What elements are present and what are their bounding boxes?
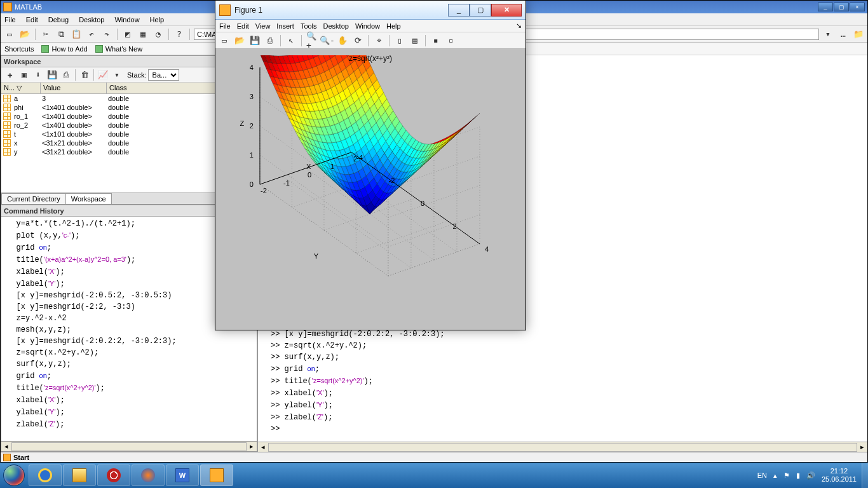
- plot-dropdown-icon[interactable]: ▾: [111, 69, 123, 81]
- guide-icon[interactable]: ▦: [137, 28, 149, 41]
- figure-menubar: File Edit View Insert Tools Desktop Wind…: [215, 20, 526, 32]
- tab-workspace[interactable]: Workspace: [65, 193, 112, 204]
- tab-current-directory[interactable]: Current Directory: [1, 193, 66, 204]
- close-button[interactable]: ×: [850, 3, 865, 11]
- colorbar-icon[interactable]: ▯: [393, 34, 406, 47]
- maximize-button[interactable]: ▢: [834, 3, 849, 11]
- matlab-task-icon: [210, 468, 224, 482]
- redo-icon[interactable]: ↷: [100, 28, 113, 41]
- cmd-scrollbar[interactable]: ◂▸: [258, 442, 867, 452]
- separator: [389, 35, 390, 46]
- browse-folder-icon[interactable]: …: [837, 28, 850, 41]
- variable-icon: [3, 139, 11, 147]
- task-matlab[interactable]: [200, 464, 233, 486]
- menu-file[interactable]: File: [3, 16, 17, 24]
- show-desktop-button[interactable]: [862, 463, 868, 488]
- menu-desktop[interactable]: Desktop: [78, 16, 105, 24]
- figure-titlebar[interactable]: Figure 1 _ ▢ ✕: [215, 1, 526, 20]
- fig-menu-edit[interactable]: Edit: [237, 22, 249, 30]
- svg-text:Z: Z: [240, 119, 245, 127]
- new-var-icon[interactable]: ✚: [4, 69, 17, 81]
- hide-tools-icon[interactable]: ▪: [430, 34, 442, 47]
- zoom-out-icon[interactable]: 🔍-: [321, 34, 334, 47]
- separator: [280, 35, 281, 46]
- save-ws-icon[interactable]: 💾: [46, 69, 58, 81]
- menu-debug[interactable]: Debug: [47, 16, 70, 24]
- legend-icon[interactable]: ▤: [409, 34, 421, 47]
- edit-plot-icon[interactable]: ↖: [285, 34, 297, 47]
- menu-edit[interactable]: Edit: [25, 16, 39, 24]
- datacursor-icon[interactable]: ⌖: [372, 34, 385, 47]
- fig-minimize-button[interactable]: _: [448, 4, 470, 17]
- task-word[interactable]: W: [166, 464, 199, 486]
- open-fig-icon[interactable]: 📂: [233, 34, 246, 47]
- network-icon[interactable]: ▮: [796, 471, 800, 480]
- undo-icon[interactable]: ↶: [85, 28, 98, 41]
- col-value[interactable]: Value: [41, 83, 107, 93]
- task-photo[interactable]: [97, 464, 130, 486]
- history-scrollbar[interactable]: ◂▸: [1, 441, 257, 451]
- new-fig-icon[interactable]: ▭: [218, 34, 231, 47]
- col-name[interactable]: N... ▽: [1, 83, 41, 93]
- fig-menu-view[interactable]: View: [255, 22, 271, 30]
- open-var-icon[interactable]: ▣: [18, 69, 31, 81]
- matlab-icon: [3, 3, 12, 11]
- start-button[interactable]: Start: [13, 454, 29, 461]
- separator: [189, 29, 190, 40]
- shortcut-whats-new[interactable]: What's New: [95, 45, 142, 53]
- fig-menu-window[interactable]: Window: [355, 22, 380, 30]
- stack-select[interactable]: Ba...: [148, 69, 179, 81]
- start-orb[interactable]: [0, 463, 28, 488]
- fig-menu-insert[interactable]: Insert: [276, 22, 294, 30]
- plot-icon[interactable]: 📈: [97, 69, 109, 81]
- fig-dock-icon[interactable]: ↘: [516, 22, 522, 30]
- rotate3d-icon[interactable]: ⟳: [351, 34, 364, 47]
- minimize-button[interactable]: _: [818, 3, 833, 11]
- save-fig-icon[interactable]: 💾: [248, 34, 261, 47]
- open-icon[interactable]: 📂: [18, 28, 31, 41]
- fig-menu-tools[interactable]: Tools: [301, 22, 317, 30]
- addr-dropdown-icon[interactable]: ▾: [822, 28, 834, 41]
- svg-text:-4: -4: [356, 154, 363, 161]
- menu-window[interactable]: Window: [113, 16, 140, 24]
- print-fig-icon[interactable]: ⎙: [264, 34, 276, 47]
- fig-menu-help[interactable]: Help: [386, 22, 401, 30]
- fig-menu-file[interactable]: File: [219, 22, 231, 30]
- chevron-up-icon[interactable]: ▴: [773, 471, 777, 480]
- fig-maximize-button[interactable]: ▢: [470, 4, 491, 17]
- figure-window-controls: _ ▢ ✕: [448, 4, 522, 17]
- task-ie[interactable]: [29, 464, 62, 486]
- simulink-icon[interactable]: ◩: [121, 28, 134, 41]
- fig-close-button[interactable]: ✕: [491, 4, 522, 17]
- pan-icon[interactable]: ✋: [336, 34, 349, 47]
- figure-canvas[interactable]: z=sqrt(x²+y²) -2-1012-4-202401234XYZ: [215, 49, 526, 330]
- fig-menu-desktop[interactable]: Desktop: [323, 22, 349, 30]
- help-icon[interactable]: ?: [173, 28, 186, 41]
- up-folder-icon[interactable]: 📁: [852, 28, 865, 41]
- task-media[interactable]: [132, 464, 165, 486]
- shortcut-how-to-add[interactable]: How to Add: [41, 45, 87, 53]
- figure-icon: [219, 4, 231, 16]
- variable-icon: [3, 121, 11, 129]
- tray-clock[interactable]: 21:12 25.06.2011: [822, 467, 857, 484]
- menu-help[interactable]: Help: [149, 16, 166, 24]
- task-explorer[interactable]: [63, 464, 96, 486]
- delete-icon[interactable]: 🗑: [78, 69, 91, 81]
- lang-indicator[interactable]: EN: [757, 471, 767, 479]
- volume-icon[interactable]: 🔊: [806, 471, 815, 480]
- copy-icon[interactable]: ⧉: [55, 28, 67, 41]
- cut-icon[interactable]: ✂: [39, 28, 52, 41]
- show-tools-icon[interactable]: ▫: [445, 34, 458, 47]
- plot-area: z=sqrt(x²+y²) -2-1012-4-202401234XYZ: [227, 55, 514, 317]
- paste-icon[interactable]: 📋: [70, 28, 83, 41]
- new-file-icon[interactable]: ▭: [3, 28, 16, 41]
- variable-icon: [3, 104, 11, 111]
- svg-text:0: 0: [250, 180, 254, 188]
- zoom-in-icon[interactable]: 🔍+: [306, 34, 318, 47]
- main-window-controls: _ ▢ ×: [818, 3, 865, 11]
- flag-icon[interactable]: ⚑: [783, 471, 790, 480]
- import-icon[interactable]: ⬇: [32, 69, 44, 81]
- print-icon[interactable]: ⎙: [60, 69, 72, 81]
- svg-text:0: 0: [308, 171, 311, 179]
- profiler-icon[interactable]: ◔: [152, 28, 165, 41]
